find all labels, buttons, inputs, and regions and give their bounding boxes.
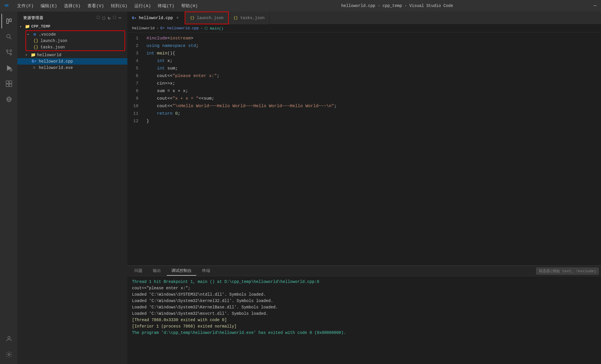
code-editor: 1 2 3 4 5 6 7 8 9 10 11 12 #include<iost… (127, 32, 601, 266)
more-icon[interactable]: ⋯ (118, 15, 122, 21)
code-content: 1 2 3 4 5 6 7 8 9 10 11 12 #include<iost… (127, 32, 601, 266)
cpp-file-icon: G• (31, 59, 37, 64)
main-container: 资源管理器 □ ▢ ↻ □ ⋯ ▾ 📁 CPP_TEMP ▾ ⚙ .vs (0, 12, 601, 364)
tree-vscode-folder[interactable]: ▾ ⚙ .vscode (26, 31, 124, 38)
new-file-icon[interactable]: □ (97, 15, 100, 21)
console-line-7: [Thread 7868.0x3330 exited with code 0] (132, 317, 596, 323)
console-line-5: Loaded 'C:\Windows\System32\KernelBase.d… (132, 304, 596, 310)
panel-tab-terminal[interactable]: 终端 (197, 266, 215, 276)
helloworld-cpp-label: helloworld.cpp (39, 59, 73, 64)
sidebar-header-actions: □ ▢ ↻ □ ⋯ (97, 15, 122, 21)
tree-tasks-json[interactable]: {} tasks.json (26, 44, 124, 50)
code-lines[interactable]: #include<iostream> using namespace std; … (142, 32, 601, 266)
breadcrumb-folder[interactable]: helloworld (132, 26, 155, 30)
breadcrumb-file[interactable]: G• helloworld.cpp (160, 26, 199, 30)
collapse-icon[interactable]: □ (113, 15, 116, 21)
panel-tab-output[interactable]: 输出 (148, 266, 166, 276)
menu-file[interactable]: 文件(F) (14, 2, 36, 10)
code-line-4: int x; (142, 57, 601, 65)
exe-file-icon: ≡ (31, 65, 37, 70)
helloworld-folder-label: helloworld (37, 53, 61, 57)
activity-source-control[interactable] (1, 45, 16, 60)
panel-filter[interactable]: 筛选器(例如 text, !exclude) (536, 268, 599, 275)
panel-tab-bar: 问题 输出 调试控制台 终端 筛选器(例如 text, !exclude) (127, 266, 601, 276)
tree-helloworld-folder[interactable]: ▾ 📁 helloworld (17, 52, 127, 58)
sidebar-title: 资源管理器 (23, 15, 43, 21)
panel-tab-debug-console[interactable]: 调试控制台 (167, 266, 196, 276)
vscode-folder-box: ▾ ⚙ .vscode {} launch.json {} tasks.json (25, 30, 125, 51)
activity-explorer[interactable] (1, 14, 16, 28)
new-folder-icon[interactable]: ▢ (102, 15, 105, 21)
svg-point-4 (6, 50, 8, 52)
activity-account[interactable] (1, 332, 16, 346)
line-numbers: 1 2 3 4 5 6 7 8 9 10 11 12 (127, 32, 142, 266)
tree-helloworld-exe[interactable]: ≡ helloworld.exe (17, 65, 127, 71)
console-line-2: cout<<"please enter x:"; (132, 285, 596, 291)
tasks-json-icon: {} (33, 45, 39, 50)
console-line-1: Thread 1 hit Breakpoint 1, main () at D:… (132, 279, 596, 285)
activity-search[interactable] (1, 30, 16, 44)
sidebar: 资源管理器 □ ▢ ↻ □ ⋯ ▾ 📁 CPP_TEMP ▾ ⚙ .vs (17, 12, 127, 364)
breadcrumb: helloworld › G• helloworld.cpp › ⬡ main(… (127, 24, 601, 32)
window-title: helloworld.cpp - cpp_temp - Visual Studi… (201, 3, 593, 8)
tasks-tab-icon: {} (233, 16, 238, 20)
vscode-arrow-icon: ▾ (27, 33, 32, 36)
activity-settings[interactable] (1, 347, 16, 362)
refresh-icon[interactable]: ↻ (108, 15, 111, 21)
console-line-8: [Inferior 1 (process 7868) exited normal… (132, 323, 596, 330)
console-line-9: The program 'd:\cpp_temp\helloworld\hell… (132, 330, 596, 336)
breadcrumb-symbol[interactable]: ⬡ main() (204, 26, 223, 31)
panel-content: Thread 1 hit Breakpoint 1, main () at D:… (127, 276, 601, 364)
activity-extensions[interactable] (1, 76, 16, 91)
code-line-2: using namespace std; (142, 42, 601, 50)
tab-bar: G• helloworld.cpp × {} launch.json {} ta… (127, 12, 601, 24)
code-line-11: return 0; (142, 110, 601, 118)
menu-bar: 文件(F) 编辑(E) 选择(S) 查看(V) 转到(G) 运行(A) 终端(T… (14, 2, 201, 10)
menu-select[interactable]: 选择(S) (61, 2, 83, 10)
svg-rect-15 (6, 84, 9, 87)
console-line-4: Loaded 'C:\Windows\System32\kernel32.dll… (132, 298, 596, 304)
console-line-6: Loaded 'C:\Windows\System32\msvcrt.dll'.… (132, 310, 596, 317)
menu-terminal[interactable]: 终端(T) (155, 2, 177, 10)
menu-help[interactable]: 帮助(H) (178, 2, 201, 10)
tab-launch-label: launch.json (197, 16, 223, 20)
minimize-button[interactable]: — (593, 3, 596, 8)
folder-arrow-icon: ▾ (20, 25, 24, 28)
code-line-3: int main(){ (142, 50, 601, 57)
helloworld-exe-label: helloworld.exe (39, 65, 73, 70)
svg-point-5 (10, 53, 12, 55)
menu-edit[interactable]: 编辑(E) (38, 2, 60, 10)
menu-run[interactable]: 运行(A) (131, 2, 154, 10)
tree-helloworld-cpp[interactable]: G• helloworld.cpp (17, 58, 127, 65)
console-line-3: Loaded 'C:\Windows\SYSTEM32\ntdll.dll'. … (132, 291, 596, 298)
json-tab-icon: {} (190, 16, 195, 20)
window-controls: — (593, 3, 596, 8)
menu-view[interactable]: 查看(V) (85, 2, 107, 10)
vscode-folder-label: .vscode (39, 32, 56, 37)
json-icon: {} (33, 39, 39, 43)
tree-root-folder[interactable]: ▾ 📁 CPP_TEMP (17, 23, 127, 30)
tree-launch-json[interactable]: {} launch.json (26, 38, 124, 44)
vscode-logo-icon: ⌨ (5, 2, 8, 10)
activity-remote[interactable] (1, 92, 16, 107)
vscode-folder-icon: ⚙ (32, 32, 38, 37)
launch-json-label: launch.json (41, 39, 67, 43)
panel-tab-problems[interactable]: 问题 (130, 266, 147, 276)
activity-bar (0, 12, 17, 364)
tab-helloworld-cpp[interactable]: G• helloworld.cpp × (127, 12, 185, 24)
tasks-json-label: tasks.json (41, 45, 65, 50)
root-folder-label: CPP_TEMP (31, 24, 50, 29)
tab-tasks-json[interactable]: {} tasks.json (229, 12, 270, 24)
menu-goto[interactable]: 转到(G) (108, 2, 130, 10)
svg-rect-13 (6, 81, 9, 83)
tab-tasks-label: tasks.json (240, 16, 265, 20)
svg-rect-0 (7, 19, 8, 23)
activity-run-debug[interactable] (1, 61, 16, 75)
tab-launch-json[interactable]: {} launch.json (185, 12, 229, 24)
code-line-10: cout<<"\nHello World~~~Hello World~~~Hel… (142, 103, 601, 110)
cpp-tab-icon: G• (132, 16, 137, 20)
tab-close-cpp[interactable]: × (175, 16, 180, 20)
folder-icon: 📁 (24, 24, 30, 29)
sidebar-header: 资源管理器 □ ▢ ↻ □ ⋯ (17, 12, 127, 23)
panel: 问题 输出 调试控制台 终端 筛选器(例如 text, !exclude) Th… (127, 266, 601, 364)
